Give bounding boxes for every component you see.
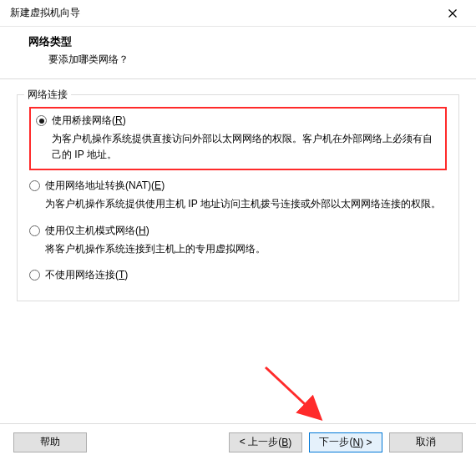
option-none: 不使用网络连接(T) [29, 268, 447, 282]
option-hostonly-desc: 将客户机操作系统连接到主机上的专用虚拟网络。 [45, 241, 447, 257]
option-bridged-row[interactable]: 使用桥接网络(R) [36, 114, 438, 128]
highlight-frame: 使用桥接网络(R) 为客户机操作系统提供直接访问外部以太网网络的权限。客户机在外… [29, 107, 447, 170]
radio-nat[interactable] [29, 180, 40, 191]
option-none-row[interactable]: 不使用网络连接(T) [29, 268, 447, 282]
window-title: 新建虚拟机向导 [10, 6, 436, 20]
option-nat-row[interactable]: 使用网络地址转换(NAT)(E) [29, 179, 447, 193]
titlebar: 新建虚拟机向导 [0, 0, 476, 27]
option-hostonly: 使用仅主机模式网络(H) 将客户机操作系统连接到主机上的专用虚拟网络。 [29, 224, 447, 257]
option-nat-label: 使用网络地址转换(NAT)(E) [45, 179, 165, 193]
option-none-label: 不使用网络连接(T) [45, 268, 128, 282]
content-area: 网络连接 使用桥接网络(R) 为客户机操作系统提供直接访问外部以太网网络的权限。… [0, 79, 476, 308]
option-nat: 使用网络地址转换(NAT)(E) 为客户机操作系统提供使用主机 IP 地址访问主… [29, 179, 447, 212]
radio-none[interactable] [29, 270, 40, 281]
button-bar: 帮助 < 上一步(B) 下一步(N) > 取消 [0, 423, 476, 460]
page-subtitle: 要添加哪类网络？ [48, 53, 459, 67]
network-connection-group: 网络连接 使用桥接网络(R) 为客户机操作系统提供直接访问外部以太网网络的权限。… [17, 94, 459, 301]
option-hostonly-row[interactable]: 使用仅主机模式网络(H) [29, 224, 447, 238]
back-button[interactable]: < 上一步(B) [229, 432, 302, 452]
annotation-arrow-icon [259, 362, 334, 429]
help-button[interactable]: 帮助 [13, 432, 87, 452]
page-title: 网络类型 [28, 35, 459, 49]
option-bridged-label: 使用桥接网络(R) [52, 114, 126, 128]
radio-bridged[interactable] [36, 115, 47, 126]
next-button[interactable]: 下一步(N) > [309, 432, 382, 452]
group-legend: 网络连接 [24, 88, 71, 102]
cancel-button[interactable]: 取消 [389, 432, 463, 452]
option-bridged: 使用桥接网络(R) 为客户机操作系统提供直接访问外部以太网网络的权限。客户机在外… [36, 114, 438, 162]
radio-hostonly[interactable] [29, 225, 40, 236]
close-button[interactable] [436, 2, 469, 25]
svg-line-2 [266, 367, 319, 417]
wizard-header: 网络类型 要添加哪类网络？ [0, 27, 476, 78]
close-icon [448, 9, 457, 18]
option-hostonly-label: 使用仅主机模式网络(H) [45, 224, 149, 238]
option-bridged-desc: 为客户机操作系统提供直接访问外部以太网网络的权限。客户机在外部网络上必须有自己的… [52, 131, 438, 162]
option-nat-desc: 为客户机操作系统提供使用主机 IP 地址访问主机拨号连接或外部以太网网络连接的权… [45, 196, 447, 212]
